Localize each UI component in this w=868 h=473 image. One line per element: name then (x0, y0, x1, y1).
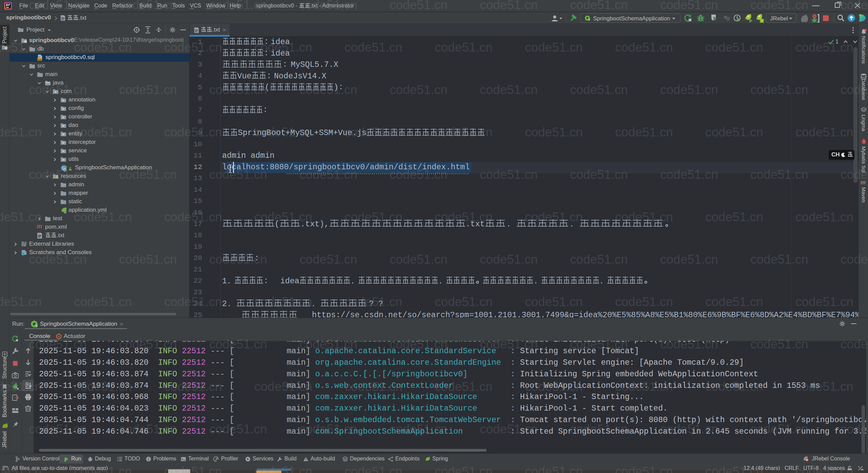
svg-text:SQL: SQL (37, 58, 42, 61)
